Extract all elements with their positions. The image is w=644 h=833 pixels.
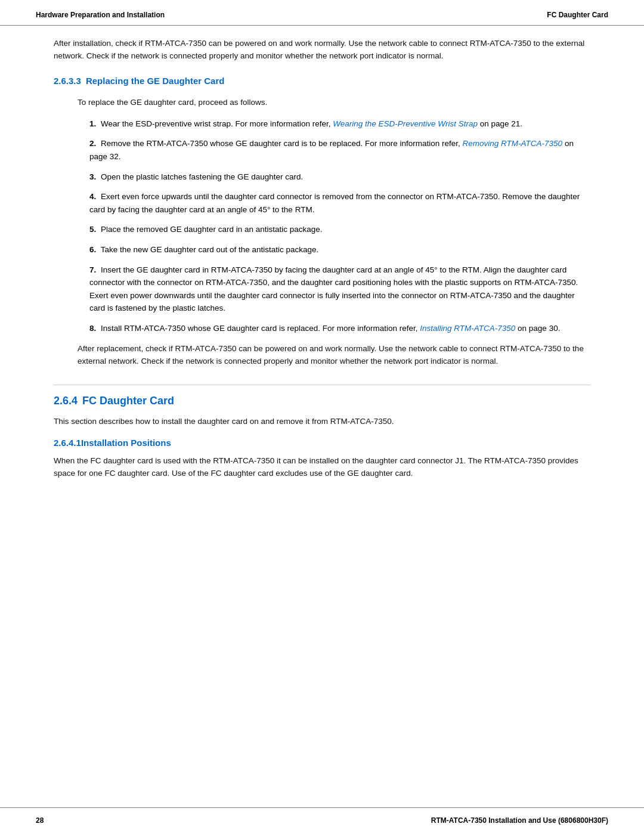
step-1-link[interactable]: Wearing the ESD-Preventive Wrist Strap	[333, 119, 478, 128]
step-5-text: Place the removed GE daughter card in an…	[101, 225, 322, 234]
section-2641-title: Installation Positions	[81, 438, 171, 448]
section-2633-number: 2.6.3.3	[54, 76, 81, 86]
step-1-num: 1.	[89, 119, 96, 128]
intro-paragraph: After installation, check if RTM-ATCA-73…	[54, 38, 590, 63]
header-right: FC Daughter Card	[547, 11, 608, 19]
section-2633-title: Replacing the GE Daughter Card	[86, 76, 225, 86]
header-left: Hardware Preparation and Installation	[36, 11, 165, 19]
step-5: 5. Place the removed GE daughter card in…	[89, 223, 590, 236]
section-2641-number: 2.6.4.1	[54, 438, 81, 448]
step-6: 6. Take the new GE daughter card out of …	[89, 243, 590, 256]
footer-doc-title: RTM-ATCA-7350 Installation and Use (6806…	[431, 816, 608, 825]
step-5-num: 5.	[89, 225, 96, 234]
step-3-text: Open the plastic latches fastening the G…	[101, 172, 303, 181]
step-2-link[interactable]: Removing RTM-ATCA-7350	[463, 139, 563, 148]
step-8-text-after: on page 30.	[515, 324, 560, 333]
step-7-text: Insert the GE daughter card in RTM-ATCA-…	[89, 265, 578, 313]
section-2641-description: When the FC daughter card is used with t…	[54, 455, 590, 480]
after-replacement-para: After replacement, check if RTM-ATCA-735…	[78, 343, 590, 368]
step-8-link[interactable]: Installing RTM-ATCA-7350	[420, 324, 515, 333]
step-8-text-before: Install RTM-ATCA-7350 whose GE daughter …	[101, 324, 420, 333]
section-264-title: FC Daughter Card	[82, 395, 174, 407]
proc-intro: To replace the GE daughter card, proceed…	[78, 97, 590, 109]
page-footer: 28 RTM-ATCA-7350 Installation and Use (6…	[0, 807, 644, 833]
step-2-num: 2.	[89, 139, 96, 148]
main-content: After installation, check if RTM-ATCA-73…	[0, 26, 644, 807]
section-2641-heading: 2.6.4.1Installation Positions	[54, 438, 590, 448]
section-264-number: 2.6.4	[54, 395, 78, 407]
step-1: 1. Wear the ESD-preventive wrist strap. …	[89, 117, 590, 131]
page: Hardware Preparation and Installation FC…	[0, 0, 644, 833]
page-header: Hardware Preparation and Installation FC…	[0, 0, 644, 26]
step-1-text-after: on page 21.	[478, 119, 522, 128]
step-6-num: 6.	[89, 245, 96, 254]
section-264-description: This section describes how to install th…	[54, 416, 590, 428]
step-1-text-before: Wear the ESD-preventive wrist strap. For…	[101, 119, 333, 128]
step-8: 8. Install RTM-ATCA-7350 whose GE daught…	[89, 322, 590, 335]
step-7: 7. Insert the GE daughter card in RTM-AT…	[89, 264, 590, 315]
section-264-heading: 2.6.4FC Daughter Card	[54, 385, 590, 407]
section-2633-heading: 2.6.3.3Replacing the GE Daughter Card	[54, 76, 590, 86]
step-4-num: 4.	[89, 192, 96, 201]
step-8-num: 8.	[89, 324, 96, 333]
step-4: 4. Exert even force upwards until the da…	[89, 190, 590, 216]
step-2-text-before: Remove the RTM-ATCA-7350 whose GE daught…	[101, 139, 463, 148]
step-3: 3. Open the plastic latches fastening th…	[89, 171, 590, 184]
step-4-text: Exert even force upwards until the daugh…	[89, 192, 580, 214]
step-7-num: 7.	[89, 265, 96, 274]
step-2: 2. Remove the RTM-ATCA-7350 whose GE dau…	[89, 137, 590, 163]
step-3-num: 3.	[89, 172, 96, 181]
step-6-text: Take the new GE daughter card out of the…	[101, 245, 318, 254]
footer-page-number: 28	[36, 816, 44, 825]
steps-list: 1. Wear the ESD-preventive wrist strap. …	[89, 117, 590, 335]
